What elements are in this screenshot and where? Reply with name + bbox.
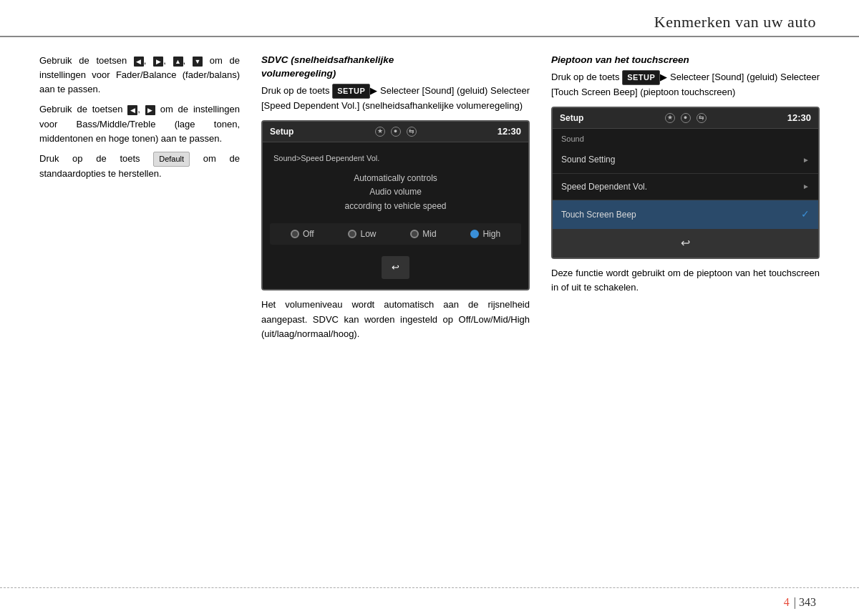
radio-low [348,230,356,238]
bluetooth-icon: ★ [375,127,385,137]
sdvc-option-mid: Mid [410,228,436,241]
page-title: Kenmerken van uw auto [654,13,816,31]
left-arrow2-icon: ◀ [127,105,137,115]
touch-body-text2: Deze functie wordt gebruikt om de piepto… [551,266,820,295]
signal-icon: ● [391,127,401,137]
touch-body: Sound Sound Setting ► Speed Dependent Vo… [553,129,818,258]
left-para1: Gebruik de toetsen ◀, ▶, ▲, ▼ om de inst… [39,54,240,97]
touch-signal-icon: ● [681,113,691,123]
page-number: 4 | 343 [784,596,816,609]
right-arrow2-icon: ▶ [145,105,155,115]
touch-section-label: Sound [553,129,818,147]
sdvc-breadcrumb: Sound>Speed Dependent Vol. [270,152,521,165]
sdvc-text: Automatically controls Audio volume acco… [270,172,521,213]
sdvc-body: Sound>Speed Dependent Vol. Automatically… [263,142,528,289]
content-area: Gebruik de toetsen ◀, ▶, ▲, ▼ om de inst… [39,39,820,580]
up-arrow-icon: ▲ [173,57,183,67]
setup-badge-mid: SETUP [332,84,370,99]
touch-bluetooth-icon: ★ [665,113,675,123]
radio-high [470,230,479,238]
page-num: 343 [799,596,816,608]
sdvc-time: 12:30 [498,124,521,139]
sdvc-option-high: High [470,228,500,241]
mid-column: SDVC (snelheidsafhankelijke volumeregeli… [261,39,530,580]
speed-vol-arrow: ► [802,181,810,192]
touch-wifi-icon: ⇆ [697,113,707,123]
touch-menu-screen-beep[interactable]: Touch Screen Beep ✓ [553,200,818,230]
touch-screen-title: Setup [560,112,583,125]
touch-screen: Setup ★ ● ⇆ 12:30 Sound Sound Setting ► … [551,107,820,259]
sdvc-titlebar-icons: ★ ● ⇆ [375,127,417,137]
touch-time: 12:30 [787,111,811,125]
radio-off [291,230,299,238]
chapter-number: 4 [784,596,790,608]
sound-setting-arrow: ► [802,155,810,166]
sdvc-screen-title: Setup [270,125,293,139]
screen-beep-check: ✓ [801,207,810,223]
touch-back-arrow[interactable]: ↩ [681,237,690,249]
setup-badge-right: SETUP [622,70,660,85]
sdvc-section-title: SDVC (snelheidsafhankelijke volumeregeli… [261,54,530,81]
left-para3: Druk op de toets Default om de standaard… [39,152,240,181]
right-column: Pieptoon van het touchscreen Druk op de … [551,39,820,580]
sdvc-screen: Setup ★ ● ⇆ 12:30 Sound>Speed Dependent … [261,120,530,290]
touch-menu-speed-vol[interactable]: Speed Dependent Vol. ► [553,174,818,201]
sdvc-body-text2: Het volumeniveau wordt automatisch aan d… [261,298,530,341]
down-arrow-icon: ▼ [193,57,203,67]
default-badge: Default [153,152,190,167]
right-arrow-icon: ▶ [153,57,163,67]
wifi-icon: ⇆ [407,127,417,137]
page-footer: 4 | 343 [0,587,859,616]
sdvc-titlebar: Setup ★ ● ⇆ 12:30 [263,122,528,142]
left-arrow-icon: ◀ [134,57,144,67]
sdvc-body-text1: Druk op de toets SETUP▶ Selecteer [Sound… [261,84,530,113]
sdvc-options: Off Low Mid High [270,223,521,245]
sdvc-back-button[interactable]: ↩ [382,256,409,279]
sdvc-option-off: Off [291,228,314,241]
left-para2: Gebruik de toetsen ◀, ▶ om de instelling… [39,102,240,145]
radio-mid [410,230,419,238]
touch-body-text1: Druk op de toets SETUP▶ Selecteer [Sound… [551,70,820,99]
sdvc-option-low: Low [348,228,376,241]
page-header: Kenmerken van uw auto [0,0,859,37]
touch-menu-sound-setting[interactable]: Sound Setting ► [553,147,818,174]
touchscreen-section-title: Pieptoon van het touchscreen [551,54,820,67]
touch-titlebar: Setup ★ ● ⇆ 12:30 [553,108,818,129]
touch-back-row: ↩ [553,230,818,258]
left-column: Gebruik de toetsen ◀, ▶, ▲, ▼ om de inst… [39,39,240,580]
touch-titlebar-icons: ★ ● ⇆ [665,113,707,123]
